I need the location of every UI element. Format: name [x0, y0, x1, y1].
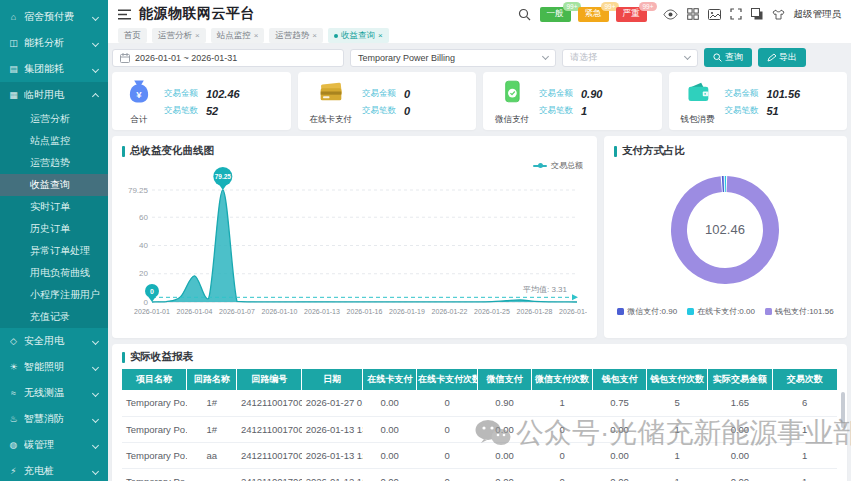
pie-legend-item[interactable]: 在线卡支付:0.00	[687, 306, 755, 317]
menu-collapse-icon[interactable]	[118, 9, 131, 20]
kpi-left: 钱包消费	[681, 78, 715, 126]
tab-active[interactable]: 收益查询×	[328, 28, 389, 43]
sidebar-subitem[interactable]: 运营分析	[0, 108, 108, 130]
tab-close-icon[interactable]: ×	[378, 31, 383, 40]
sidebar-submenu: 运营分析站点监控运营趋势收益查询实时订单历史订单异常订单处理用电负荷曲线小程序注…	[0, 108, 108, 328]
fire-icon: ♨	[8, 414, 19, 424]
sidebar-subitem[interactable]: 用电负荷曲线	[0, 262, 108, 284]
sidebar-subitem[interactable]: 充值记录	[0, 306, 108, 328]
sidebar-item[interactable]: ⌂宿舍预付费	[0, 4, 108, 30]
tab-close-icon[interactable]: ×	[312, 31, 317, 40]
line-chart-legend[interactable]: 交易总额	[533, 160, 583, 171]
sidebar-item[interactable]: ◍碳管理	[0, 432, 108, 458]
kpi-name: 合计	[131, 114, 148, 126]
sidebar-item[interactable]: ♨智慧消防	[0, 406, 108, 432]
kpi-amount-row: 交易金额0.90	[539, 88, 602, 100]
sidebar-item-label: 充电桩	[24, 464, 88, 478]
tab-item[interactable]: 首页	[118, 28, 147, 43]
alarm-badge[interactable]: 紧急99+	[578, 7, 609, 22]
sidebar-subitem[interactable]: 历史订单	[0, 218, 108, 240]
sidebar-item[interactable]: ◫能耗分析	[0, 30, 108, 56]
revenue-line-chart[interactable]: 020406079.252026-01-012026-01-042026-01-…	[122, 160, 587, 328]
wallet-icon	[683, 78, 713, 105]
chevron-down-icon	[92, 39, 99, 46]
sidebar-subitem[interactable]: 异常订单处理	[0, 240, 108, 262]
username[interactable]: 超级管理员	[794, 8, 842, 21]
table-cell	[187, 468, 237, 481]
kpi-left: 微信支付	[495, 78, 529, 126]
query-button[interactable]: 查询	[704, 48, 752, 67]
table-cell: 0.00	[478, 442, 532, 468]
kpi-amount-value: 102.46	[206, 88, 240, 100]
alarm-badge[interactable]: 一般99+	[540, 7, 571, 22]
temperature-icon: ≈	[8, 388, 19, 398]
sidebar-item[interactable]: ⚡充电桩	[0, 458, 108, 481]
copy-icon[interactable]	[751, 8, 763, 20]
table-title: 实际收益报表	[130, 350, 193, 364]
table-cell: 1	[532, 390, 593, 416]
kpi-amount-value: 0	[404, 88, 410, 100]
kpi-card: 微信支付交易金额0.90交易笔数1	[483, 72, 662, 130]
billing-type-select[interactable]: Temporary Power Billing	[350, 49, 556, 67]
table-header-cell: 微信支付次数	[532, 369, 593, 390]
table-cell: 0	[532, 416, 593, 442]
image-icon[interactable]	[708, 9, 721, 20]
table-cell: 0.00	[593, 468, 647, 481]
table-row[interactable]: Temporary Po...aa241211001700...2026-01-…	[122, 442, 837, 468]
table-row[interactable]: Temporary Po...1#241211001700...2026-01-…	[122, 390, 837, 416]
alarm-badge[interactable]: 严重99+	[616, 7, 647, 22]
eye-icon[interactable]	[663, 9, 678, 20]
sidebar-item[interactable]: ◇安全用电	[0, 328, 108, 354]
table-cell: 0.00	[708, 442, 773, 468]
sidebar-item[interactable]: ☀智能照明	[0, 354, 108, 380]
sidebar-item[interactable]: ▦临时用电	[0, 82, 108, 108]
table-row[interactable]: Temporary Po...241211001700...2026-01-12…	[122, 468, 837, 481]
home-icon: ⌂	[8, 12, 19, 22]
date-range-input[interactable]: 2026-01-01 ~ 2026-01-31	[112, 49, 344, 67]
table-cell: 1	[647, 442, 708, 468]
theme-skin-icon[interactable]	[772, 9, 785, 20]
pie-legend-item[interactable]: 微信支付:0.90	[617, 306, 677, 317]
table-cell: 1#	[187, 390, 237, 416]
kpi-amount-value: 101.56	[767, 88, 801, 100]
sidebar-item[interactable]: ▤集团能耗	[0, 56, 108, 82]
svg-text:2026-01-10: 2026-01-10	[262, 308, 298, 315]
sidebar-subitem[interactable]: 小程序注册用户	[0, 284, 108, 306]
table-cell: 241211001700...	[237, 468, 302, 481]
sidebar-item[interactable]: ≈无线测温	[0, 380, 108, 406]
kpi-count-row: 交易笔数0	[362, 105, 410, 117]
secondary-select[interactable]: 请选择	[562, 49, 698, 67]
sidebar-item-label: 智能照明	[24, 360, 88, 374]
kpi-amount-value: 0.90	[581, 88, 602, 100]
sidebar-subitem[interactable]: 实时订单	[0, 196, 108, 218]
grid-layout-icon[interactable]	[687, 8, 699, 20]
title-accent-bar	[614, 146, 617, 157]
export-button[interactable]: 导出	[758, 48, 806, 67]
pie-legend-item[interactable]: 钱包支付:101.56	[765, 306, 834, 317]
tab-item[interactable]: 运营趋势×	[269, 28, 323, 43]
tab-item[interactable]: 站点监控×	[211, 28, 265, 43]
chevron-down-icon	[542, 53, 549, 60]
table-scrollbar-thumb[interactable]	[841, 392, 845, 428]
tab-close-icon[interactable]: ×	[254, 31, 259, 40]
table-cell: Temporary Po...	[122, 390, 187, 416]
legend-swatch	[617, 308, 624, 315]
search-icon[interactable]	[518, 8, 531, 21]
wechat-icon	[497, 78, 527, 105]
table-row[interactable]: Temporary Po...1#241211001700...2026-01-…	[122, 416, 837, 442]
sidebar-subitem[interactable]: 收益查询	[0, 174, 108, 196]
sidebar-subitem[interactable]: 运营趋势	[0, 152, 108, 174]
svg-text:2026-01-22: 2026-01-22	[432, 308, 468, 315]
sidebar-item-label: 碳管理	[24, 438, 88, 452]
moneybag-icon: ¥	[124, 78, 154, 105]
tab-item[interactable]: 运营分析×	[152, 28, 206, 43]
sidebar-subitem[interactable]: 站点监控	[0, 130, 108, 152]
legend-label: 微信支付:0.90	[627, 306, 677, 317]
tab-close-icon[interactable]: ×	[195, 31, 200, 40]
tab-label: 收益查询	[341, 30, 375, 42]
payment-donut-chart[interactable]: 102.46	[614, 158, 837, 306]
chevron-down-icon	[92, 13, 99, 20]
fullscreen-icon[interactable]	[730, 8, 742, 20]
table-cell: 1	[772, 416, 837, 442]
table-cell: 1	[647, 468, 708, 481]
